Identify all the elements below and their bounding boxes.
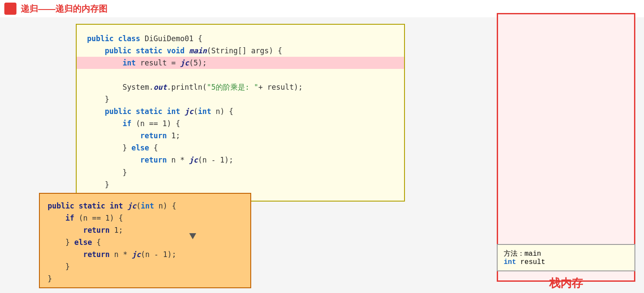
- stack-method-label: 方法：main: [504, 249, 628, 258]
- main-code-box: public class DiGuiDemo01 { public static…: [76, 24, 405, 202]
- stack-method-text: 方法：main: [504, 250, 541, 258]
- main-code-content: public class DiGuiDemo01 { public static…: [87, 33, 394, 191]
- overlay-code-box: public static int jc(int n) { if (n == 1…: [39, 193, 251, 288]
- stack-var-label: int result: [504, 258, 628, 266]
- stack-memory-panel: [497, 13, 635, 282]
- app-icon: [4, 3, 16, 15]
- stack-label-box: 方法：main int result: [497, 244, 635, 271]
- stack-var-text: result: [520, 258, 545, 266]
- page-title: 递归——递归的内存图: [21, 3, 107, 15]
- mouse-cursor: [189, 233, 196, 239]
- stack-title: 栈内存: [497, 276, 635, 291]
- overlay-code-content: public static int jc(int n) { if (n == 1…: [48, 200, 243, 285]
